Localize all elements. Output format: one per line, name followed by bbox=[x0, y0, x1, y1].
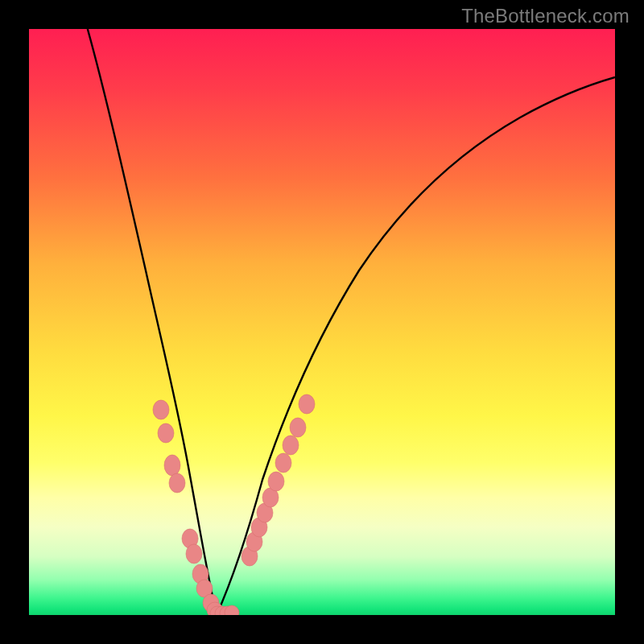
marker bbox=[169, 473, 185, 493]
plot-area bbox=[29, 29, 615, 615]
marker bbox=[290, 418, 306, 437]
chart-stage: TheBottleneck.com bbox=[0, 0, 644, 644]
marker bbox=[275, 453, 291, 473]
marker-series bbox=[153, 394, 315, 615]
marker bbox=[153, 400, 169, 419]
watermark-text: TheBottleneck.com bbox=[461, 5, 630, 27]
chart-svg bbox=[29, 29, 615, 615]
marker bbox=[299, 394, 315, 414]
left-branch-line bbox=[88, 29, 217, 615]
marker bbox=[268, 472, 284, 491]
marker bbox=[186, 544, 202, 564]
right-branch-line bbox=[217, 77, 615, 615]
marker bbox=[158, 423, 174, 443]
marker bbox=[164, 455, 180, 476]
line-series bbox=[88, 29, 615, 615]
marker bbox=[283, 436, 299, 455]
